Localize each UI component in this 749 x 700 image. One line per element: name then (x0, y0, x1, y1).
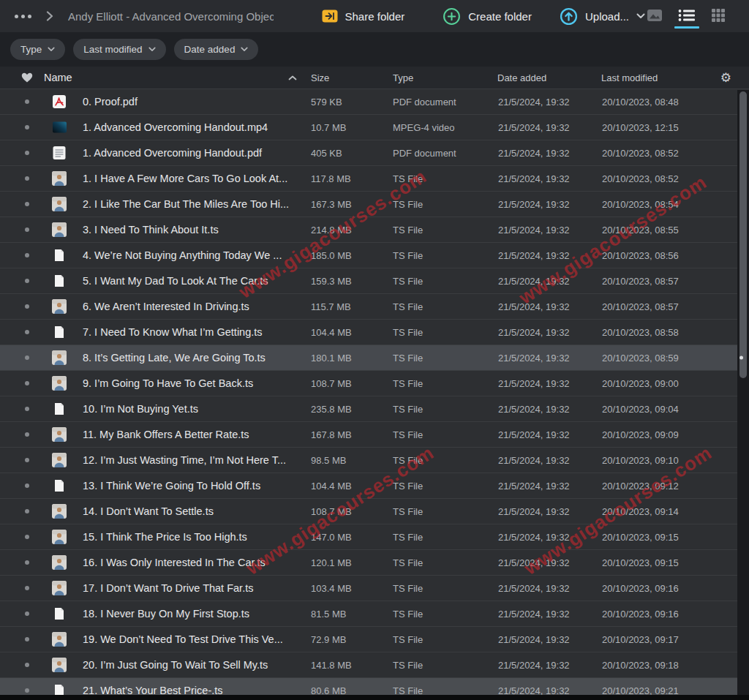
favorite-dot[interactable] (25, 355, 29, 360)
filter-chip-date-added[interactable]: Date added (174, 39, 259, 60)
file-last-modified: 20/10/2023, 09:09 (598, 429, 736, 440)
file-size: 103.4 MB (307, 583, 389, 594)
scrollbar-thumb[interactable] (739, 91, 747, 378)
file-date-added: 21/5/2024, 19:32 (494, 276, 598, 287)
share-folder-icon (322, 10, 338, 23)
type-column-header[interactable]: Type (389, 72, 494, 83)
favorite-dot[interactable] (25, 663, 29, 667)
file-date-added: 21/5/2024, 19:32 (494, 378, 598, 389)
generic-file-icon (42, 402, 76, 416)
date-added-column-header[interactable]: Date added (494, 72, 598, 83)
favorites-column-header[interactable] (0, 72, 42, 83)
file-last-modified: 20/10/2023, 12:15 (598, 122, 736, 133)
favorite-dot[interactable] (25, 151, 29, 155)
breadcrumb[interactable]: Andy Elliott - Advanced Overcoming Objec… (68, 10, 274, 23)
name-column-header[interactable]: Name (42, 72, 307, 83)
grid-view-icon (711, 8, 726, 23)
file-row[interactable]: 19. We Don’t Need To Test Drive This Ve.… (0, 627, 749, 652)
file-row[interactable]: 18. I Never Buy On My First Stop.ts 81.5… (0, 601, 749, 627)
overflow-menu-icon[interactable] (15, 15, 31, 18)
file-last-modified: 20/10/2023, 08:52 (598, 148, 736, 159)
file-size: 167.8 MB (307, 429, 389, 440)
upload-button[interactable]: Upload... (560, 7, 629, 26)
favorite-dot[interactable] (25, 586, 29, 590)
file-size: 81.5 MB (307, 609, 389, 620)
file-type: TS File (389, 429, 494, 440)
scrollbar-track[interactable] (737, 90, 749, 700)
favorite-dot[interactable] (25, 176, 29, 181)
file-row[interactable]: 6. We Aren’t Interested In Driving.ts 11… (0, 294, 749, 320)
favorite-dot[interactable] (25, 304, 29, 309)
pdf-file-icon (42, 94, 76, 109)
filter-chip-last-modified[interactable]: Last modified (73, 39, 165, 60)
file-row[interactable]: 9. I’m Going To Have To Get Back.ts 108.… (0, 371, 749, 396)
favorite-dot[interactable] (25, 458, 29, 462)
file-size: 167.3 MB (307, 199, 389, 210)
file-name: 14. I Don’t Want To Settle.ts (76, 505, 307, 517)
favorite-dot[interactable] (25, 560, 29, 565)
favorite-dot[interactable] (25, 611, 29, 616)
file-row[interactable]: 1. Advanced Overcoming Handout.pdf 405 K… (0, 140, 749, 166)
video-thumbnail-icon (42, 120, 76, 135)
document-file-icon (42, 146, 76, 160)
favorite-dot[interactable] (25, 381, 29, 385)
favorite-dot[interactable] (25, 330, 29, 334)
favorite-dot[interactable] (25, 202, 29, 206)
favorite-dot[interactable] (25, 279, 29, 283)
file-row[interactable]: 4. We’re Not Buying Anything Today We ..… (0, 243, 749, 268)
favorite-dot[interactable] (25, 125, 29, 129)
file-row[interactable]: 16. I Was Only Interested In The Car.ts … (0, 550, 749, 576)
file-row[interactable]: 5. I Want My Dad To Look At The Car.ts 1… (0, 268, 749, 294)
favorite-dot[interactable] (25, 509, 29, 513)
file-date-added: 21/5/2024, 19:32 (494, 327, 598, 338)
favorite-dot[interactable] (25, 407, 29, 411)
favorite-dot[interactable] (25, 688, 29, 693)
file-row[interactable]: 0. Proof.pdf 579 KB PDF document 21/5/20… (0, 89, 749, 115)
favorite-dot[interactable] (25, 99, 29, 104)
favorite-dot[interactable] (25, 483, 29, 488)
favorite-dot[interactable] (25, 637, 29, 641)
column-settings-gear-icon[interactable]: ⚙ (720, 72, 731, 84)
chevron-down-icon (48, 47, 55, 52)
file-date-added: 21/5/2024, 19:32 (494, 481, 598, 492)
file-row[interactable]: 13. I Think We’re Going To Hold Off.ts 1… (0, 473, 749, 499)
file-row[interactable]: 12. I’m Just Wasting Time, I’m Not Here … (0, 448, 749, 473)
file-date-added: 21/5/2024, 19:32 (494, 173, 598, 184)
upload-options-caret-icon[interactable] (636, 13, 645, 19)
file-row[interactable]: 15. I Think The Price Is Too High.ts 147… (0, 524, 749, 550)
generic-file-icon (42, 478, 76, 493)
file-type: TS File (389, 301, 494, 312)
file-last-modified: 20/10/2023, 09:21 (598, 685, 736, 696)
share-folder-button[interactable]: Share folder (322, 10, 405, 23)
file-row[interactable]: 1. Advanced Overcoming Handout.mp4 10.7 … (0, 115, 749, 140)
file-row[interactable]: 2. I Like The Car But The Miles Are Too … (0, 192, 749, 217)
file-row[interactable]: 1. I Have A Few More Cars To Go Look At.… (0, 166, 749, 192)
file-row[interactable]: 21. What’s Your Best Price-.ts 80.6 MB T… (0, 678, 749, 695)
file-row[interactable]: 14. I Don’t Want To Settle.ts 108.7 MB T… (0, 499, 749, 524)
file-row[interactable]: 11. My Bank Offers A Better Rate.ts 167.… (0, 422, 749, 448)
favorite-dot[interactable] (25, 253, 29, 257)
file-list: 0. Proof.pdf 579 KB PDF document 21/5/20… (0, 89, 749, 695)
file-row[interactable]: 8. It’s Getting Late, We Are Going To.ts… (0, 345, 749, 371)
video-thumbnail-icon (42, 529, 76, 545)
file-name: 18. I Never Buy On My First Stop.ts (76, 608, 307, 620)
file-name: 2. I Like The Car But The Miles Are Too … (76, 198, 307, 210)
file-row[interactable]: 7. I Need To Know What I’m Getting.ts 10… (0, 320, 749, 345)
create-folder-button[interactable]: Create folder (443, 7, 532, 26)
list-view-button[interactable] (677, 6, 697, 27)
favorite-dot[interactable] (25, 432, 29, 437)
favorite-dot[interactable] (25, 227, 29, 232)
row-action-dot[interactable] (739, 356, 743, 360)
file-row[interactable]: 17. I Don’t Want To Drive That Far.ts 10… (0, 576, 749, 601)
grid-view-button[interactable] (710, 5, 727, 28)
file-row[interactable]: 20. I’m Just Going To Wait To Sell My.ts… (0, 652, 749, 678)
last-modified-column-header[interactable]: Last modified (598, 72, 736, 83)
favorite-dot[interactable] (25, 535, 29, 539)
file-type: TS File (389, 455, 494, 466)
file-row[interactable]: 3. I Need To Think About It.ts 214.8 MB … (0, 217, 749, 243)
gallery-view-button[interactable] (645, 6, 664, 27)
size-column-header[interactable]: Size (307, 72, 389, 83)
file-type: TS File (389, 583, 494, 594)
filter-chip-type[interactable]: Type (10, 39, 65, 60)
file-row[interactable]: 10. I’m Not Buying Yet.ts 235.8 MB TS Fi… (0, 396, 749, 422)
